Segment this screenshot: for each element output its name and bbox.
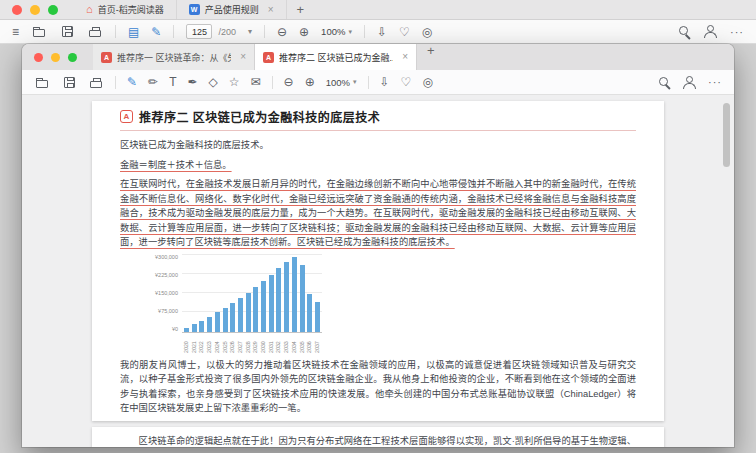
- tab-title: 推荐序二 区块链已成为金融...: [279, 51, 393, 64]
- pdf-badge-icon: A: [120, 110, 133, 123]
- search-icon[interactable]: [674, 24, 690, 40]
- zoom-in-icon[interactable]: ⊕: [299, 26, 309, 38]
- record-icon[interactable]: ◎: [422, 26, 432, 38]
- page-2: 区块链革命的逻辑起点就在于此！因为只有分布式网络在工程技术层面能够得以实现，凯文…: [92, 427, 664, 447]
- chevron-down-icon: ▾: [348, 28, 352, 36]
- chart-x-tick: 2036: [307, 335, 312, 353]
- chevron-down-icon[interactable]: ▾: [248, 28, 252, 36]
- zoom-out-icon[interactable]: ⊖: [277, 26, 287, 38]
- tab-close-icon[interactable]: ×: [402, 52, 408, 62]
- chart-y-tick: ¥150,000: [155, 291, 178, 297]
- paragraph-main: 在互联网时代，在金融技术发展日新月异的时代，在金融边缘创新不断向中心地带侵蚀并不…: [120, 177, 636, 250]
- new-tab-button[interactable]: +: [297, 3, 305, 16]
- page-number-input[interactable]: [186, 24, 212, 39]
- print-icon[interactable]: [88, 74, 104, 90]
- tab-product-rules[interactable]: W 产品使用规则 ×: [177, 0, 287, 19]
- printer-icon: [90, 81, 102, 88]
- tab-close-icon[interactable]: ×: [268, 5, 274, 15]
- separator: [264, 25, 265, 38]
- bookmark-star-icon[interactable]: ☆: [229, 76, 240, 88]
- background-toolbar: ≡ ▤ ✎ /200 ▾ ⊖ ⊕ 100% ▾ ⇩ ♡ ◎ ···: [0, 20, 756, 44]
- download-icon[interactable]: ⇩: [377, 26, 387, 38]
- chart-x-tick: 2031: [269, 335, 274, 353]
- account-icon[interactable]: [702, 24, 718, 40]
- scrollbar-thumb[interactable]: [723, 103, 730, 167]
- favorite-heart-icon[interactable]: ♡: [401, 76, 412, 88]
- chart-bar: [276, 268, 281, 332]
- chart-bar: [246, 293, 251, 332]
- background-tab-bar: ⌂ 首页-稻壳阅读器 W 产品使用规则 × +: [0, 0, 756, 20]
- paragraph-formula: 金融＝制度＋技术＋信息。: [120, 158, 636, 173]
- open-file-icon[interactable]: [34, 74, 50, 90]
- chart-bar: [207, 317, 212, 332]
- chart-x-tick: 2033: [284, 335, 289, 353]
- chart-bar: [215, 312, 220, 331]
- chart-y-tick: ¥300,000: [155, 255, 178, 261]
- chart-bar: [184, 328, 189, 332]
- pen-tool-icon[interactable]: ✎: [127, 76, 137, 88]
- zoom-level-value: 100%: [321, 26, 345, 37]
- chart: ¥300,000¥225,000¥150,000¥75,000¥0 202020…: [152, 255, 636, 353]
- shape-tool-icon[interactable]: ◇: [209, 76, 218, 88]
- tab-label: 首页-稻壳阅读器: [98, 3, 164, 16]
- tab-doc-preface-1[interactable]: A 推荐序一 区块链革命：从《失... ×: [93, 44, 255, 70]
- chart-y-tick: ¥75,000: [158, 309, 178, 315]
- magnifier-icon: [679, 26, 688, 35]
- tab-home[interactable]: ⌂ 首页-稻壳阅读器: [74, 0, 177, 19]
- reader-toolbar: ✎ ✏ T ✒ ◇ ☆ ✉ ⊖ ⊕ 100% ▾ ⇩ ♡ ◎ ···: [22, 70, 734, 95]
- paragraph-friend: 我的朋友肖风博士，以极大的努力推动着区块链技术在金融领域的应用，以极高的诚意促进…: [120, 358, 636, 416]
- chart-y-labels: ¥300,000¥225,000¥150,000¥75,000¥0: [152, 255, 182, 333]
- chart-bar: [292, 257, 297, 332]
- print-icon[interactable]: [87, 24, 103, 40]
- minimize-window-button[interactable]: [30, 5, 40, 15]
- note-icon[interactable]: ✉: [251, 76, 261, 88]
- separator: [272, 76, 273, 89]
- page-1: A 推荐序二 区块链已成为金融科技的底层技术 区块链已成为金融科技的底层技术。 …: [92, 101, 664, 421]
- more-options-icon[interactable]: ···: [708, 76, 722, 88]
- zoom-level-value: 100%: [326, 77, 350, 88]
- tab-close-icon[interactable]: ×: [240, 52, 246, 62]
- chart-bar: [253, 287, 258, 332]
- signature-tool-icon[interactable]: ✒: [187, 76, 197, 88]
- open-file-icon[interactable]: [31, 24, 47, 40]
- favorite-heart-icon[interactable]: ♡: [399, 26, 410, 38]
- download-icon[interactable]: ⇩: [380, 76, 390, 88]
- zoom-level-dropdown[interactable]: 100% ▾: [326, 77, 357, 88]
- heading-text: 推荐序二 区块链已成为金融科技的底层技术: [139, 108, 380, 125]
- chart-y-tick: ¥0: [172, 327, 178, 333]
- zoom-out-icon[interactable]: ⊖: [284, 76, 294, 88]
- text-tool-icon[interactable]: T: [169, 76, 176, 88]
- read-mode-icon[interactable]: ▤: [128, 26, 139, 38]
- folder-icon: [33, 29, 45, 37]
- search-icon[interactable]: [654, 74, 670, 90]
- new-tab-button[interactable]: +: [427, 44, 435, 70]
- maximize-window-button[interactable]: [48, 5, 58, 15]
- menu-icon[interactable]: ≡: [12, 26, 19, 38]
- chart-bar: [315, 302, 320, 332]
- account-icon[interactable]: [681, 74, 697, 90]
- zoom-level-dropdown[interactable]: 100% ▾: [321, 26, 352, 37]
- record-icon[interactable]: ◎: [422, 76, 432, 88]
- close-window-button[interactable]: [12, 5, 22, 15]
- chart-x-tick: 2035: [300, 335, 305, 353]
- pencil-tool-icon[interactable]: ✏: [148, 76, 158, 88]
- more-options-icon[interactable]: ···: [730, 26, 744, 38]
- paragraph-next-page: 区块链革命的逻辑起点就在于此！因为只有分布式网络在工程技术层面能够得以实现，凯文…: [120, 434, 636, 447]
- maximize-window-button[interactable]: [68, 53, 77, 62]
- annotate-icon[interactable]: ✎: [151, 26, 161, 38]
- paragraph-intro: 区块链已成为金融科技的底层技术。: [120, 138, 636, 153]
- reader-window: A 推荐序一 区块链革命：从《失... × A 推荐序二 区块链已成为金融...…: [22, 44, 734, 447]
- minimize-window-button[interactable]: [51, 53, 60, 62]
- save-icon[interactable]: [61, 74, 77, 90]
- chart-x-tick: 2023: [207, 335, 212, 353]
- chart-x-tick: 2025: [223, 335, 228, 353]
- tab-doc-preface-2[interactable]: A 推荐序二 区块链已成为金融... ×: [255, 44, 417, 70]
- document-viewport[interactable]: A 推荐序二 区块链已成为金融科技的底层技术 区块链已成为金融科技的底层技术。 …: [22, 95, 734, 447]
- close-window-button[interactable]: [34, 53, 43, 62]
- zoom-in-icon[interactable]: ⊕: [305, 76, 315, 88]
- chart-bar: [307, 294, 312, 331]
- save-icon[interactable]: [59, 24, 75, 40]
- chart-y-tick: ¥225,000: [155, 273, 178, 279]
- chart-bar: [223, 308, 228, 332]
- person-icon: [703, 25, 717, 38]
